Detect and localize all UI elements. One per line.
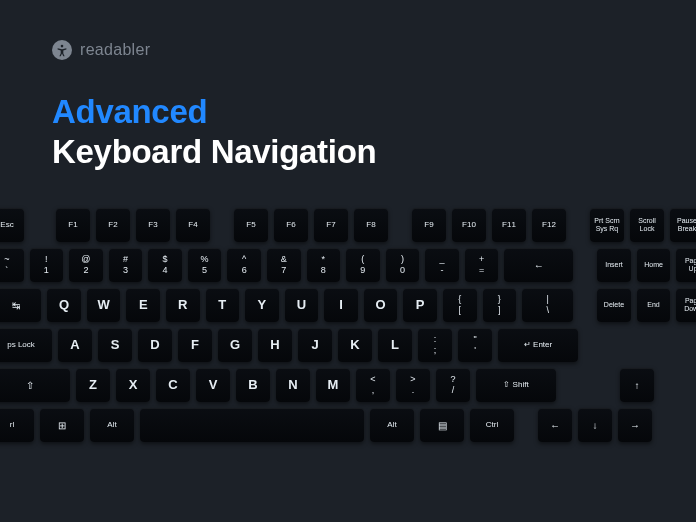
key-slash: ?/	[436, 368, 470, 402]
key-minus: _-	[425, 248, 459, 282]
key-ralt: Alt	[370, 408, 414, 442]
key-w: W	[87, 288, 121, 322]
key-capslock: ps Lock	[0, 328, 52, 362]
key-rshift: ⇧ Shift	[476, 368, 556, 402]
key-lalt: Alt	[90, 408, 134, 442]
key-f3: F3	[136, 208, 170, 242]
key-f: F	[178, 328, 212, 362]
key-equals: +=	[465, 248, 499, 282]
key-r: R	[166, 288, 200, 322]
key-f9: F9	[412, 208, 446, 242]
key-space	[140, 408, 364, 442]
key-5: %5	[188, 248, 222, 282]
key-d: D	[138, 328, 172, 362]
key-q: Q	[47, 288, 81, 322]
key-f5: F5	[234, 208, 268, 242]
key-tilde: ~`	[0, 248, 24, 282]
key-pgup: Page Up	[676, 248, 696, 282]
key-1: !1	[30, 248, 64, 282]
key-enter: ↵ Enter	[498, 328, 578, 362]
key-t: T	[206, 288, 240, 322]
key-9: (9	[346, 248, 380, 282]
key-comma: <,	[356, 368, 390, 402]
key-m: M	[316, 368, 350, 402]
key-b: B	[236, 368, 270, 402]
key-menu: ▤	[420, 408, 464, 442]
key-6: ^6	[227, 248, 261, 282]
key-g: G	[218, 328, 252, 362]
key-rbracket: }]	[483, 288, 517, 322]
page-title: Advanced Keyboard Navigation	[52, 92, 696, 171]
title-main: Keyboard Navigation	[52, 133, 376, 170]
key-v: V	[196, 368, 230, 402]
key-prtscrn: Prt Scrn Sys Rq	[590, 208, 624, 242]
key-lwin: ⊞	[40, 408, 84, 442]
key-backslash: |\	[522, 288, 573, 322]
key-rctrl: Ctrl	[470, 408, 514, 442]
header: readabler Advanced Keyboard Navigation	[0, 0, 696, 171]
key-o: O	[364, 288, 398, 322]
key-up: ↑	[620, 368, 654, 402]
key-scrolllock: Scroll Lock	[630, 208, 664, 242]
key-f12: F12	[532, 208, 566, 242]
key-lshift: ⇧	[0, 368, 70, 402]
key-f2: F2	[96, 208, 130, 242]
key-f10: F10	[452, 208, 486, 242]
key-quote: "'	[458, 328, 492, 362]
key-tab: ↹	[0, 288, 41, 322]
key-pgdn: Page Down	[676, 288, 696, 322]
key-a: A	[58, 328, 92, 362]
key-f6: F6	[274, 208, 308, 242]
accessibility-icon	[52, 40, 72, 60]
key-k: K	[338, 328, 372, 362]
key-left: ←	[538, 408, 572, 442]
key-3: #3	[109, 248, 143, 282]
title-accent: Advanced	[52, 93, 207, 130]
brand: readabler	[52, 40, 696, 60]
key-insert: Insert	[597, 248, 631, 282]
key-semicolon: :;	[418, 328, 452, 362]
key-down: ↓	[578, 408, 612, 442]
key-delete: Delete	[597, 288, 631, 322]
key-right: →	[618, 408, 652, 442]
key-f7: F7	[314, 208, 348, 242]
key-7: &7	[267, 248, 301, 282]
key-l: L	[378, 328, 412, 362]
key-0: )0	[386, 248, 420, 282]
key-lbracket: {[	[443, 288, 477, 322]
key-e: E	[126, 288, 160, 322]
key-p: P	[403, 288, 437, 322]
key-c: C	[156, 368, 190, 402]
key-n: N	[276, 368, 310, 402]
key-lctrl: rl	[0, 408, 34, 442]
keyboard-illustration: Esc F1 F2 F3 F4 F5 F6 F7 F8 F9 F10 F11 F…	[0, 208, 696, 448]
key-4: $4	[148, 248, 182, 282]
svg-point-0	[61, 45, 64, 48]
key-z: Z	[76, 368, 110, 402]
key-y: Y	[245, 288, 279, 322]
key-s: S	[98, 328, 132, 362]
key-8: *8	[307, 248, 341, 282]
key-x: X	[116, 368, 150, 402]
key-2: @2	[69, 248, 103, 282]
key-period: >.	[396, 368, 430, 402]
key-h: H	[258, 328, 292, 362]
key-i: I	[324, 288, 358, 322]
key-f11: F11	[492, 208, 526, 242]
brand-name: readabler	[80, 41, 150, 59]
key-end: End	[637, 288, 671, 322]
key-u: U	[285, 288, 319, 322]
key-esc: Esc	[0, 208, 24, 242]
key-pause: Pause Break	[670, 208, 696, 242]
key-f4: F4	[176, 208, 210, 242]
key-j: J	[298, 328, 332, 362]
key-backspace: ←	[504, 248, 573, 282]
key-f1: F1	[56, 208, 90, 242]
key-home: Home	[637, 248, 671, 282]
key-f8: F8	[354, 208, 388, 242]
